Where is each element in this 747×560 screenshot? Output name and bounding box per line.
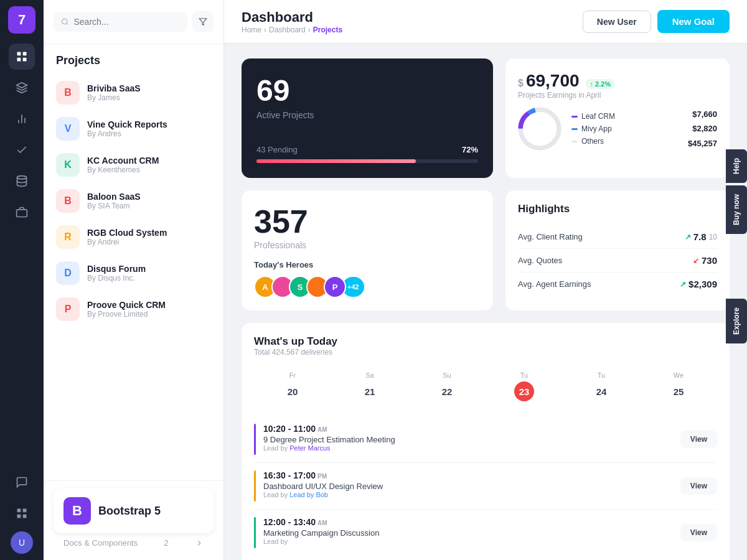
event-lead-link[interactable]: Lead by Bob — [289, 491, 328, 498]
project-item[interactable]: R RGB Cloud System By Andrei — [44, 219, 223, 255]
search-bar — [44, 0, 223, 44]
svg-marker-4 — [17, 83, 27, 88]
view-button[interactable]: View — [680, 524, 717, 541]
project-icon: B — [56, 81, 80, 105]
project-item[interactable]: D Disqus Forum By Disqus Inc. — [44, 255, 223, 291]
highlight-row: Avg. Client Rating ↗ 7.8 10 — [518, 225, 717, 249]
event-ampm: AM — [317, 426, 327, 433]
sidebar-item-briefcase[interactable] — [9, 199, 35, 225]
search-input-wrap[interactable] — [54, 12, 187, 32]
calendar-day[interactable]: Fr 20 — [254, 366, 331, 406]
bootstrap-card[interactable]: B Bootstrap 5 — [54, 488, 214, 533]
user-profile-avatar[interactable]: U — [11, 531, 33, 554]
calendar-day[interactable]: Su 22 — [408, 366, 486, 406]
day-name: We — [642, 371, 715, 379]
help-tab[interactable]: Help — [726, 149, 747, 183]
event-ampm: PM — [317, 473, 327, 480]
progress-bar-wrap — [256, 159, 478, 163]
event-time: 12:00 - 13:40AM — [263, 517, 673, 527]
user-avatar[interactable]: 7 — [8, 6, 35, 34]
svg-rect-9 — [17, 210, 27, 217]
content-inner: 69 Active Projects 43 Pending 72% $ 69,7… — [242, 58, 730, 560]
sidebar-item-messages[interactable] — [9, 469, 35, 495]
content-scroll: 69 Active Projects 43 Pending 72% $ 69,7… — [224, 44, 747, 560]
day-number: 22 — [437, 381, 457, 401]
search-icon — [61, 17, 69, 26]
heroes-section: Today's Heroes ASP+42 — [254, 260, 481, 298]
earnings-dollar: $ — [518, 78, 524, 89]
project-item[interactable]: V Vine Quick Reports By Andres — [44, 111, 223, 147]
donut-row: Leaf CRMMivy AppOthers $7,660$2,820$45,2… — [518, 107, 717, 151]
docs-label: Docs & Components — [63, 538, 138, 548]
project-item[interactable]: B Briviba SaaS By James — [44, 75, 223, 111]
sidebar-item-stack[interactable] — [9, 168, 35, 194]
pending-pct: 72% — [462, 145, 478, 154]
svg-rect-11 — [23, 509, 27, 513]
side-tabs: Explore Help Buy now — [726, 149, 747, 234]
new-goal-button[interactable]: New Goal — [657, 10, 730, 33]
sidebar-item-tasks[interactable] — [9, 137, 35, 163]
sidebar-item-grid2[interactable] — [9, 500, 35, 526]
day-number: 23 — [514, 381, 534, 401]
legend-item: Others — [571, 137, 678, 146]
event-bar — [254, 517, 256, 548]
sidebar-item-analytics[interactable] — [9, 106, 35, 132]
project-icon: K — [56, 153, 80, 177]
calendar-day[interactable]: Tu 23 — [486, 366, 563, 406]
earnings-amount: $ 69,700 ↑ 2.2% — [518, 71, 717, 91]
sidebar-item-dashboard[interactable] — [9, 44, 35, 70]
filter-button[interactable] — [192, 11, 214, 32]
bottom-panel: B Bootstrap 5 Docs & Components 2 — [44, 480, 223, 560]
day-number: 24 — [591, 381, 611, 401]
svg-rect-3 — [23, 58, 27, 62]
event-time: 10:20 - 11:00AM — [263, 424, 673, 434]
project-name: Vine Quick Reports — [87, 119, 167, 129]
topbar: Dashboard Home › Dashboard › Projects Ne… — [224, 0, 747, 44]
event-lead: Lead by — [263, 538, 673, 545]
day-number: 21 — [360, 381, 380, 401]
legend-item: Leaf CRM — [571, 112, 678, 121]
project-icon: R — [56, 225, 80, 249]
explore-tab[interactable]: Explore — [726, 299, 747, 343]
project-by: By SIA Team — [87, 202, 141, 210]
chevron-right-icon — [195, 539, 204, 548]
calendar-row: Fr 20 Sa 21 Su 22 Tu 23 Tu 24 We 25 — [254, 366, 717, 406]
search-input[interactable] — [74, 17, 181, 27]
svg-rect-12 — [17, 515, 21, 518]
calendar-day[interactable]: Sa 21 — [331, 366, 408, 406]
calendar-day[interactable]: We 25 — [640, 366, 717, 406]
project-by: By Andrei — [87, 238, 167, 246]
svg-point-8 — [17, 176, 27, 179]
view-button[interactable]: View — [680, 431, 717, 448]
day-name: Tu — [488, 371, 560, 379]
event-details: 12:00 - 13:40AM Marketing Campaign Discu… — [263, 517, 673, 545]
bootstrap-icon: B — [63, 497, 91, 525]
trend-icon: ↙ — [693, 256, 699, 265]
event-item: 12:00 - 13:40AM Marketing Campaign Discu… — [254, 510, 717, 556]
pending-label: 43 Pending — [256, 145, 298, 154]
buynow-tab[interactable]: Buy now — [726, 185, 747, 234]
highlight-row: Avg. Agent Earnings ↗ $2,309 — [518, 273, 717, 296]
svg-line-15 — [67, 23, 68, 24]
event-item: 16:30 - 17:00PM Dashboard UI/UX Design R… — [254, 463, 717, 510]
legend-item: Mivy App — [571, 124, 678, 133]
breadcrumb-home: Home — [242, 26, 261, 34]
avatars-row: ASP+42 — [254, 276, 481, 298]
professionals-count: 357 — [254, 203, 481, 240]
project-item[interactable]: B Baloon SaaS By SIA Team — [44, 183, 223, 219]
project-item[interactable]: K KC Account CRM By Keenthemes — [44, 147, 223, 183]
event-lead-link[interactable]: Peter Marcus — [289, 444, 330, 452]
sidebar-item-layers[interactable] — [9, 75, 35, 101]
event-bar — [254, 424, 256, 455]
breadcrumb-nav: Home › Dashboard › Projects — [242, 26, 342, 34]
project-by: By Proove Limited — [87, 310, 166, 319]
calendar-day[interactable]: Tu 24 — [563, 366, 640, 406]
svg-rect-0 — [17, 52, 21, 56]
earnings-card: $ 69,700 ↑ 2.2% Projects Earnings in Apr… — [505, 58, 730, 178]
events-list: 10:20 - 11:00AM 9 Degree Project Estimat… — [254, 416, 717, 556]
new-user-button[interactable]: New User — [583, 11, 651, 33]
project-item[interactable]: P Proove Quick CRM By Proove Limited — [44, 291, 223, 327]
docs-row[interactable]: Docs & Components 2 — [54, 533, 214, 553]
view-button[interactable]: View — [680, 477, 717, 495]
project-name: Proove Quick CRM — [87, 300, 166, 310]
